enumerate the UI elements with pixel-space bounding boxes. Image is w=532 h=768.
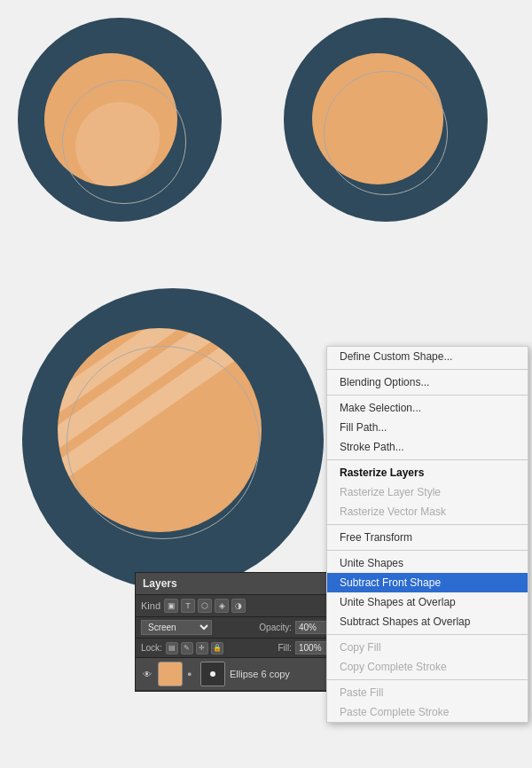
- fill-label: Fill:: [278, 643, 292, 653]
- filter-icon-shape[interactable]: ⬡: [198, 599, 212, 613]
- outline-circle-bl: [66, 346, 260, 539]
- menu-item-unite-shapes[interactable]: Unite Shapes: [327, 553, 528, 573]
- separator-1: [327, 369, 528, 370]
- menu-item-define-custom-shape[interactable]: Define Custom Shape...: [327, 347, 528, 366]
- canvas-area: Define Custom Shape... Blending Options.…: [0, 0, 532, 768]
- layers-panel: Layers Kind ▣ T ⬡ ◈ ◑ Screen Normal Mult…: [135, 572, 339, 692]
- menu-item-subtract-shapes-at-overlap[interactable]: Subtract Shapes at Overlap: [327, 612, 528, 631]
- menu-item-stroke-path[interactable]: Stroke Path...: [327, 437, 528, 457]
- separator-5: [327, 550, 528, 551]
- filter-icon-adjustment[interactable]: ◑: [231, 599, 246, 613]
- menu-item-subtract-front-shape[interactable]: Subtract Front Shape: [327, 573, 528, 592]
- layer-mask-thumbnail: [200, 662, 225, 686]
- outline-circle-tl: [62, 80, 186, 204]
- separator-2: [327, 395, 528, 396]
- layer-link-icon: ●: [187, 668, 196, 680]
- circle-group-top-left: [9, 9, 231, 231]
- blend-mode-dropdown[interactable]: Screen Normal Multiply: [141, 620, 212, 635]
- menu-item-blending-options[interactable]: Blending Options...: [327, 372, 528, 392]
- menu-item-copy-complete-stroke: Copy Complete Stroke: [327, 657, 528, 677]
- layers-filter-row: Kind ▣ T ⬡ ◈ ◑: [136, 595, 338, 617]
- filter-icons: ▣ T ⬡ ◈ ◑: [164, 599, 246, 613]
- lock-position-btn[interactable]: ✛: [196, 642, 208, 654]
- menu-item-free-transform[interactable]: Free Transform: [327, 528, 528, 547]
- menu-item-copy-fill: Copy Fill: [327, 638, 528, 657]
- separator-4: [327, 524, 528, 525]
- menu-item-unite-shapes-at-overlap[interactable]: Unite Shapes at Overlap: [327, 592, 528, 612]
- layer-mask-dot: [210, 671, 215, 677]
- layer-visibility-toggle[interactable]: 👁: [141, 668, 153, 680]
- filter-icon-type[interactable]: T: [181, 599, 195, 613]
- layers-panel-title: Layers: [136, 573, 338, 595]
- separator-6: [327, 634, 528, 635]
- layer-name: Ellipse 6 copy: [230, 669, 332, 679]
- lock-image-btn[interactable]: ✎: [181, 642, 193, 654]
- layer-thumbnail: [158, 662, 183, 686]
- filter-label: Kind: [141, 600, 160, 611]
- context-menu: Define Custom Shape... Blending Options.…: [326, 346, 528, 723]
- lock-transparent-btn[interactable]: ▤: [166, 642, 178, 654]
- menu-item-rasterize-vector-mask: Rasterize Vector Mask: [327, 502, 528, 521]
- filter-icon-pixel[interactable]: ▣: [164, 599, 178, 613]
- menu-item-paste-fill: Paste Fill: [327, 683, 528, 702]
- layers-blend-row: Screen Normal Multiply Opacity: 40%: [136, 617, 338, 639]
- layers-lock-row: Lock: ▤ ✎ ✛ 🔒 Fill: 100%: [136, 639, 338, 658]
- outline-circle-tr: [324, 71, 448, 195]
- circle-group-top-right: [275, 9, 497, 231]
- menu-item-fill-path[interactable]: Fill Path...: [327, 418, 528, 437]
- circle-group-bottom: [9, 275, 337, 603]
- separator-3: [327, 459, 528, 460]
- menu-item-rasterize-layer-style: Rasterize Layer Style: [327, 482, 528, 502]
- lock-label: Lock:: [141, 643, 162, 653]
- lock-icons: ▤ ✎ ✛ 🔒: [166, 642, 223, 654]
- menu-item-paste-complete-stroke: Paste Complete Stroke: [327, 702, 528, 722]
- menu-item-make-selection[interactable]: Make Selection...: [327, 398, 528, 418]
- opacity-label: Opacity:: [259, 623, 292, 632]
- filter-icon-smart[interactable]: ◈: [215, 599, 229, 613]
- separator-7: [327, 679, 528, 680]
- lock-all-btn[interactable]: 🔒: [211, 642, 223, 654]
- menu-item-rasterize-layers[interactable]: Rasterize Layers: [327, 463, 528, 482]
- layer-row[interactable]: 👁 ● Ellipse 6 copy: [136, 658, 338, 691]
